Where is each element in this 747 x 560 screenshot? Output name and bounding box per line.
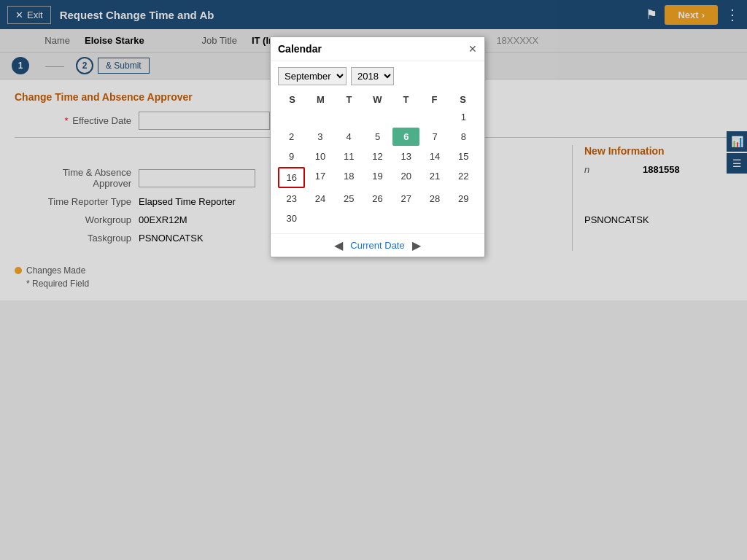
calendar-day[interactable]: 30 [278, 209, 305, 228]
calendar-day[interactable]: 20 [392, 167, 419, 188]
calendar-day[interactable]: 4 [336, 128, 363, 146]
calendar-day [306, 209, 333, 228]
calendar-grid: SMTWTFS 12345678910111213141516171819202… [271, 91, 484, 233]
year-select[interactable]: 201520162017201820192020 [351, 67, 394, 85]
calendar-day[interactable]: 2 [278, 128, 305, 146]
weekday-label: T [392, 94, 420, 105]
calendar-day[interactable]: 19 [364, 167, 391, 188]
calendar-day[interactable]: 5 [364, 128, 391, 146]
calendar-day [421, 209, 448, 228]
weekday-label: T [335, 94, 363, 105]
calendar-day [278, 108, 305, 126]
calendar-day [364, 209, 391, 228]
weekday-label: F [420, 94, 449, 105]
calendar-day [392, 108, 419, 126]
calendar-day [392, 209, 419, 228]
calendar-day[interactable]: 24 [306, 190, 333, 208]
calendar-day[interactable]: 3 [306, 128, 333, 146]
calendar-day[interactable]: 9 [278, 147, 305, 166]
calendar-day[interactable]: 21 [421, 167, 448, 188]
weekday-label: M [306, 94, 335, 105]
calendar-day[interactable]: 15 [450, 147, 477, 166]
calendar-day [450, 209, 477, 228]
calendar-day[interactable]: 13 [392, 147, 419, 166]
calendar-day [336, 108, 363, 126]
calendar-day [421, 108, 448, 126]
calendar-day[interactable]: 27 [392, 190, 419, 208]
calendar-header: Calendar ✕ [271, 37, 484, 61]
next-month-button[interactable]: ▶ [412, 238, 421, 252]
calendar-day[interactable]: 25 [336, 190, 363, 208]
calendar-day[interactable]: 17 [306, 167, 333, 188]
calendar-day[interactable]: 8 [450, 128, 477, 146]
calendar-day[interactable]: 12 [364, 147, 391, 166]
calendar-popup: Calendar ✕ JanuaryFebruaryMarchAprilMayJ… [270, 36, 485, 257]
calendar-day[interactable]: 28 [421, 190, 448, 208]
prev-month-button[interactable]: ◀ [334, 238, 343, 252]
calendar-day[interactable]: 11 [336, 147, 363, 166]
month-select[interactable]: JanuaryFebruaryMarchAprilMayJuneJulyAugu… [278, 67, 347, 85]
calendar-day[interactable]: 18 [336, 167, 363, 188]
weekday-label: S [449, 94, 477, 105]
calendar-day [306, 108, 333, 126]
calendar-day [336, 209, 363, 228]
calendar-day[interactable]: 1 [450, 108, 477, 126]
calendar-footer: ◀ Current Date ▶ [271, 233, 484, 257]
calendar-day[interactable]: 22 [450, 167, 477, 188]
calendar-weekdays: SMTWTFS [278, 94, 477, 105]
calendar-day [364, 108, 391, 126]
weekday-label: W [363, 94, 392, 105]
calendar-days[interactable]: 1234567891011121314151617181920212223242… [278, 108, 477, 228]
calendar-day[interactable]: 14 [421, 147, 448, 166]
calendar-controls: JanuaryFebruaryMarchAprilMayJuneJulyAugu… [271, 61, 484, 91]
calendar-day[interactable]: 16 [278, 167, 305, 188]
current-date-link[interactable]: Current Date [350, 240, 404, 251]
calendar-day[interactable]: 26 [364, 190, 391, 208]
calendar-day[interactable]: 6 [392, 128, 419, 146]
calendar-day[interactable]: 10 [306, 147, 333, 166]
calendar-day[interactable]: 23 [278, 190, 305, 208]
calendar-close-button[interactable]: ✕ [468, 43, 477, 55]
calendar-title: Calendar [278, 43, 322, 55]
calendar-day[interactable]: 29 [450, 190, 477, 208]
weekday-label: S [278, 94, 306, 105]
calendar-day[interactable]: 7 [421, 128, 448, 146]
